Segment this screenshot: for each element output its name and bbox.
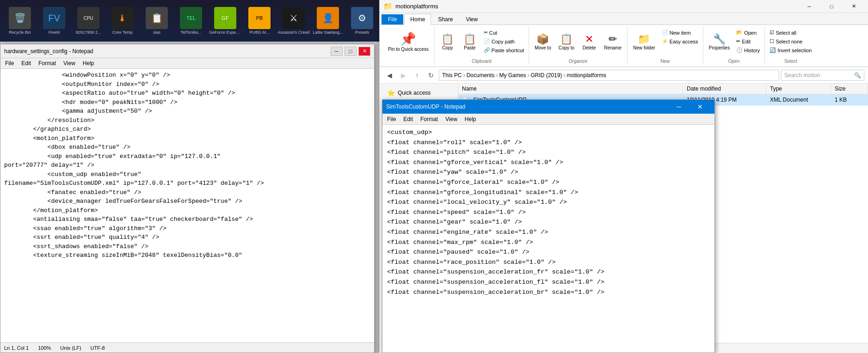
sidebar-item-quick-access[interactable]: ⭐ Quick access [380, 87, 458, 98]
ribbon-group-pin: 📌 Pin to Quick access [382, 27, 435, 65]
explorer-minimize-button[interactable]: ─ [799, 0, 820, 13]
taskbar-icon-teltonika[interactable]: TEL TelTonika... [175, 7, 207, 35]
copy-to-icon: 📋 [560, 34, 573, 44]
new-item-button[interactable]: 📄 New item [660, 29, 700, 37]
tab-view[interactable]: View [460, 14, 484, 24]
ribbon-group-new: 📁 New folder 📄 New item ⚡ Easy access [628, 27, 703, 65]
col-header-size[interactable]: Size [831, 84, 868, 94]
taskbar-icon-geforce[interactable]: GF GeForce Experience [209, 7, 241, 35]
taskbar-icon-cpuz[interactable]: CPU 92917958 2... [72, 7, 105, 35]
notepad-hardware-content[interactable]: <windowPosition x="0" y="0" /> <outputMo… [0, 69, 374, 342]
clipboard-small-stack: ✂ Cut 📄 Copy path 🔗 Paste shortcut [482, 29, 526, 54]
menu-format[interactable]: Format [36, 59, 59, 67]
menu-file[interactable]: File [2, 59, 17, 67]
rename-button[interactable]: ✏ Rename [601, 29, 624, 56]
simtools-minimize-button[interactable]: ─ [668, 100, 689, 113]
crumb-grid[interactable]: GRID (2019) [530, 72, 562, 79]
taskbar-icon-coretemp[interactable]: 🌡 Core Temp [106, 7, 139, 35]
cut-button[interactable]: ✂ Cut [482, 29, 526, 37]
crumb-current[interactable]: motionplatforms [566, 72, 606, 79]
file-size: 1 KB [831, 96, 868, 104]
open-icon: 📂 [736, 30, 743, 36]
search-box[interactable]: Search motion 🔍 [781, 70, 864, 81]
paste-label: Paste [464, 45, 476, 51]
select-none-button[interactable]: ☐ Select none [768, 37, 813, 45]
close-button[interactable]: ✕ [358, 47, 370, 56]
simtools-menu-format[interactable]: Format [418, 115, 441, 123]
invert-selection-button[interactable]: 🔄 Invert selection [768, 46, 813, 54]
maximize-button[interactable]: □ [345, 47, 357, 56]
select-all-icon: ☑ [770, 30, 774, 36]
simtools-menu-edit[interactable]: Edit [400, 115, 416, 123]
delete-button[interactable]: ✕ Delete [579, 29, 599, 56]
simtools-menu-help[interactable]: Help [462, 115, 479, 123]
col-header-name[interactable]: Name [458, 84, 683, 94]
explorer-close-button[interactable]: ✕ [843, 0, 864, 13]
explorer-maximize-button[interactable]: □ [821, 0, 842, 13]
taskbar-icon-assassins[interactable]: ⚔ Assassin's Creed [277, 7, 310, 35]
tab-home[interactable]: Home [404, 14, 431, 25]
copy-icon: 📋 [441, 34, 454, 44]
move-to-button[interactable]: 📦 Move to [532, 29, 554, 56]
easy-access-button[interactable]: ⚡ Easy access [660, 37, 700, 45]
crumb-my-games[interactable]: My Games [499, 72, 526, 79]
properties-button[interactable]: 🔧 Properties [706, 29, 733, 56]
col-header-type[interactable]: Type [766, 84, 831, 94]
up-button[interactable]: ↑ [411, 70, 423, 81]
taskbar-icon-fivem[interactable]: FV FiveM [38, 7, 70, 35]
edit-button[interactable]: ✏ Edit [734, 37, 762, 45]
properties-icon: 🔧 [713, 34, 726, 44]
taskbar-icon-lalite[interactable]: 👤 Lalite Saetang... [312, 7, 344, 35]
simtools-win-buttons: ─ ✕ [668, 100, 711, 113]
new-folder-button[interactable]: 📁 New folder [630, 29, 658, 56]
taskbar: 🗑️ Recycle Bin FV FiveM CPU 92917958 2..… [0, 0, 379, 42]
paste-shortcut-button[interactable]: 🔗 Paste shortcut [482, 46, 526, 54]
rename-icon: ✏ [609, 34, 617, 44]
select-all-button[interactable]: ☑ Select all [768, 29, 813, 37]
history-button[interactable]: 🕐 History [734, 46, 762, 54]
forward-button[interactable]: ▶ [397, 70, 409, 81]
tab-share[interactable]: Share [432, 14, 459, 24]
cut-icon: ✂ [484, 30, 488, 36]
minimize-button[interactable]: ─ [331, 47, 343, 56]
explorer-win-buttons: ─ □ ✕ [799, 0, 864, 13]
quick-access-icon: ⭐ [387, 89, 395, 97]
back-button[interactable]: ◀ [383, 70, 395, 81]
history-icon: 🕐 [736, 47, 743, 53]
copy-path-button[interactable]: 📄 Copy path [482, 37, 526, 45]
notepad-simtools-menu: File Edit Format View Help [382, 114, 714, 125]
paste-button[interactable]: 📋 Paste [460, 29, 480, 56]
sias-label: sias [141, 30, 173, 35]
open-group-label: Open [728, 59, 739, 65]
taskbar-icon-pubg[interactable]: PB PUBG M... [243, 7, 276, 35]
simtools-menu-file[interactable]: File [384, 115, 399, 123]
menu-edit[interactable]: Edit [18, 59, 34, 67]
taskbar-icon-presets[interactable]: ⚙ Presets [346, 7, 378, 35]
simtools-menu-view[interactable]: View [443, 115, 460, 123]
search-icon[interactable]: 🔍 [854, 72, 861, 79]
crumb-this-pc[interactable]: This PC [442, 72, 462, 79]
invert-label: Invert selection [777, 48, 812, 53]
taskbar-icon-sias[interactable]: 📋 sias [141, 7, 173, 35]
new-folder-label: New folder [633, 45, 655, 51]
menu-help[interactable]: Help [80, 59, 97, 67]
pin-to-quick-access-button[interactable]: 📌 Pin to Quick access [385, 29, 431, 56]
copy-to-button[interactable]: 📋 Copy to [556, 29, 577, 56]
col-header-date[interactable]: Date modified [683, 84, 766, 94]
address-bar[interactable]: This PC › Documents › My Games › GRID (2… [439, 70, 779, 81]
refresh-button[interactable]: ↻ [425, 70, 437, 81]
notepad-simtools-content[interactable]: <custom_udp> <float channel="roll" scale… [382, 125, 714, 353]
open-button[interactable]: 📂 Open [734, 29, 762, 37]
tab-file[interactable]: File [382, 14, 403, 24]
simtools-close-button[interactable]: ✕ [689, 100, 711, 113]
crumb-documents[interactable]: Documents [467, 72, 495, 79]
pin-content: 📌 Pin to Quick access [385, 27, 431, 64]
lalite-icon: 👤 [317, 7, 339, 29]
select-none-icon: ☐ [770, 38, 774, 44]
organize-group-label: Organize [569, 59, 588, 65]
taskbar-icon-recycle-bin[interactable]: 🗑️ Recycle Bin [4, 7, 36, 35]
copy-button[interactable]: 📋 Copy [437, 29, 458, 56]
ribbon-tabs: File Home Share View [380, 13, 868, 25]
move-to-label: Move to [535, 45, 551, 51]
menu-view[interactable]: View [61, 59, 78, 67]
